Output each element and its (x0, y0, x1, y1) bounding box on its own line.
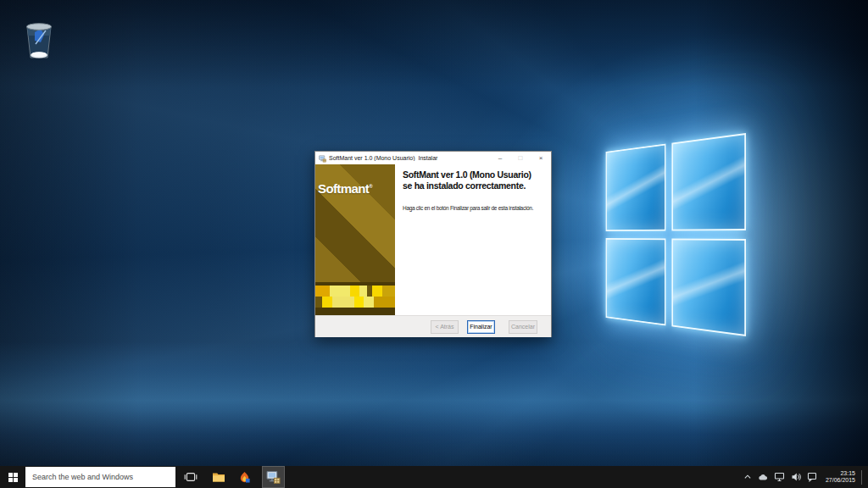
volume-icon[interactable] (791, 472, 801, 482)
taskbar-clock[interactable]: 23:15 27/06/2015 (826, 470, 855, 485)
system-tray: 23:15 27/06/2015 (743, 470, 868, 485)
dialog-heading: SoftMant ver 1.0 (Mono Usuario) se ha in… (403, 169, 546, 191)
colorful-app-icon (238, 471, 251, 484)
windows-logo-pane (671, 133, 746, 230)
dialog-title: SoftMant ver 1.0 (Mono Usuario) Instalar (329, 155, 490, 161)
search-input[interactable] (25, 472, 175, 482)
minimize-button[interactable]: – (490, 152, 510, 164)
windows-logo-pane (606, 144, 666, 231)
taskbar-search[interactable] (25, 467, 175, 487)
clock-date: 27/06/2015 (826, 477, 855, 485)
recycle-bin-icon[interactable] (22, 20, 56, 63)
task-view-button[interactable] (180, 466, 201, 488)
msi-installer-icon (266, 470, 281, 485)
brand-logo: Softmant® (318, 181, 372, 196)
folder-icon (212, 470, 225, 484)
installer-window-icon (319, 151, 326, 166)
start-button[interactable] (0, 466, 25, 488)
desktop: SoftMant ver 1.0 (Mono Usuario) Instalar… (0, 0, 868, 488)
onedrive-icon[interactable] (758, 473, 768, 482)
network-icon[interactable] (774, 472, 785, 482)
show-desktop-button[interactable] (861, 470, 865, 485)
windows-start-icon (8, 473, 18, 482)
clock-time: 23:15 (826, 470, 855, 478)
windows-logo-pane (606, 238, 666, 325)
brand-mosaic (315, 282, 395, 315)
windows-logo-pane (671, 239, 746, 336)
installer-brand-panel: Softmant® (315, 164, 395, 315)
taskbar: 23:15 27/06/2015 (0, 466, 868, 488)
dialog-titlebar[interactable]: SoftMant ver 1.0 (Mono Usuario) Instalar… (315, 152, 551, 164)
maximize-button: □ (510, 152, 531, 164)
cancel-button[interactable]: Cancelar (509, 320, 537, 334)
dialog-content: Softmant® SoftMant ver 1.0 (Mono Usuario… (315, 164, 551, 315)
task-view-icon (184, 470, 198, 484)
file-explorer-button[interactable] (208, 466, 229, 488)
dialog-message: SoftMant ver 1.0 (Mono Usuario) se ha in… (395, 164, 551, 315)
app-button[interactable] (234, 466, 255, 488)
hidden-icons-chevron[interactable] (743, 473, 752, 481)
installer-taskbar-button[interactable] (262, 466, 285, 488)
windows-logo-wallpaper (606, 133, 746, 336)
dialog-instruction: Haga clic en el botón Finalizar para sal… (403, 205, 546, 211)
finish-button[interactable]: Finalizar (467, 320, 495, 334)
close-button[interactable]: × (531, 152, 551, 164)
back-button[interactable]: < Atrás (431, 320, 459, 334)
action-center-icon[interactable] (807, 472, 817, 482)
installer-dialog: SoftMant ver 1.0 (Mono Usuario) Instalar… (314, 151, 552, 337)
dialog-buttonbar: < Atrás Finalizar Cancelar (315, 315, 551, 337)
